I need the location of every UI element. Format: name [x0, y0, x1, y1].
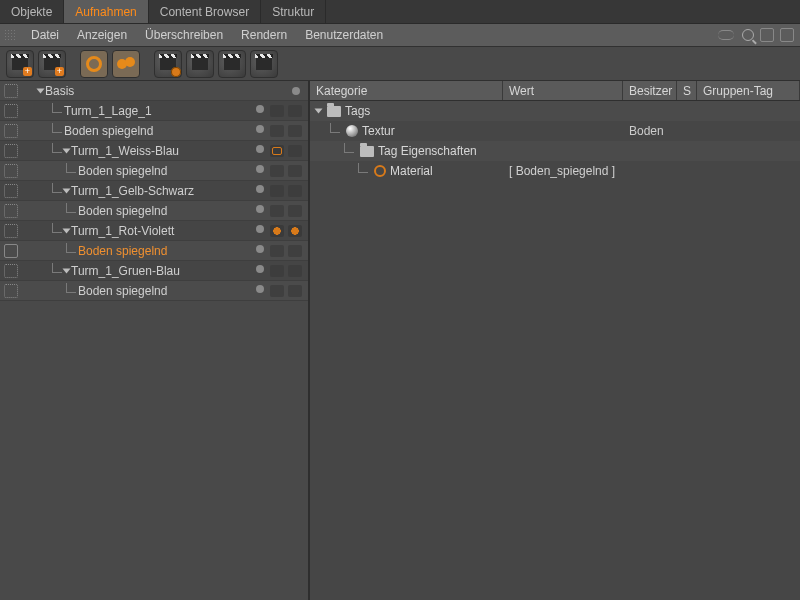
visibility-toggle-icon[interactable]	[4, 204, 18, 218]
value-cell[interactable]	[503, 141, 623, 161]
slot-icon[interactable]	[288, 145, 302, 157]
expand-toggle-icon[interactable]	[63, 148, 71, 153]
tree-row[interactable]: Boden spiegelnd	[0, 121, 308, 141]
tab-aufnahmen[interactable]: Aufnahmen	[64, 0, 148, 23]
slot-icon[interactable]	[288, 125, 302, 137]
slot-icon[interactable]	[270, 165, 284, 177]
s-cell[interactable]	[677, 161, 697, 181]
visibility-toggle-icon[interactable]	[4, 84, 18, 98]
slot-icon[interactable]	[270, 285, 284, 297]
override-mode-button[interactable]	[112, 50, 140, 78]
expand-toggle-icon[interactable]	[315, 109, 323, 114]
status-dot-icon[interactable]	[256, 265, 264, 273]
slot-icon[interactable]	[288, 285, 302, 297]
visibility-toggle-icon[interactable]	[4, 104, 18, 118]
tree-row[interactable]: Boden spiegelnd	[0, 241, 308, 261]
visibility-toggle-icon[interactable]	[4, 224, 18, 238]
clap-button-c[interactable]	[250, 50, 278, 78]
tree-row[interactable]: Turm_1_Lage_1	[0, 101, 308, 121]
value-cell[interactable]: [ Boden_spiegelnd ]	[503, 161, 623, 181]
override-gear-icon[interactable]	[270, 225, 284, 237]
status-dot-icon[interactable]	[256, 245, 264, 253]
clap-button-b[interactable]	[218, 50, 246, 78]
slot-icon[interactable]	[288, 245, 302, 257]
slot-icon[interactable]	[288, 165, 302, 177]
visibility-toggle-icon[interactable]	[4, 284, 18, 298]
expand-toggle-icon[interactable]	[63, 228, 71, 233]
status-dot-icon[interactable]	[292, 87, 300, 95]
status-dot-icon[interactable]	[256, 205, 264, 213]
layout-b-icon[interactable]	[780, 28, 794, 42]
value-cell[interactable]	[503, 121, 623, 141]
visibility-toggle-icon[interactable]	[4, 164, 18, 178]
clap-settings-button[interactable]	[154, 50, 182, 78]
camera-override-icon[interactable]	[270, 145, 284, 157]
visibility-toggle-icon[interactable]	[4, 144, 18, 158]
expand-toggle-icon[interactable]	[37, 88, 45, 93]
col-gruppen-tag[interactable]: Gruppen-Tag	[697, 81, 800, 100]
tree-row[interactable]: Basis	[0, 81, 308, 101]
search-icon[interactable]	[742, 29, 754, 41]
layout-a-icon[interactable]	[760, 28, 774, 42]
tree-row[interactable]: Turm_1_Weiss-Blau	[0, 141, 308, 161]
menu-anzeigen[interactable]: Anzeigen	[68, 24, 136, 47]
status-dot-icon[interactable]	[256, 285, 264, 293]
menu-benutzerdaten[interactable]: Benutzerdaten	[296, 24, 392, 47]
tab-objekte[interactable]: Objekte	[0, 0, 64, 23]
slot-icon[interactable]	[270, 205, 284, 217]
slot-icon[interactable]	[270, 185, 284, 197]
tab-struktur[interactable]: Struktur	[261, 0, 326, 23]
col-kategorie[interactable]: Kategorie	[310, 81, 503, 100]
slot-icon[interactable]	[288, 185, 302, 197]
new-take-button[interactable]: +	[6, 50, 34, 78]
group-tag-cell[interactable]	[697, 141, 800, 161]
col-besitzer[interactable]: Besitzer	[623, 81, 677, 100]
status-dot-icon[interactable]	[256, 185, 264, 193]
status-dot-icon[interactable]	[256, 105, 264, 113]
s-cell[interactable]	[677, 101, 697, 121]
status-dot-icon[interactable]	[256, 225, 264, 233]
expand-toggle-icon[interactable]	[63, 188, 71, 193]
tree-row[interactable]: Boden spiegelnd	[0, 281, 308, 301]
col-s[interactable]: S	[677, 81, 697, 100]
tree-row[interactable]: Turm_1_Gruen-Blau	[0, 261, 308, 281]
col-wert[interactable]: Wert	[503, 81, 623, 100]
new-take-child-button[interactable]: +	[38, 50, 66, 78]
visibility-toggle-icon[interactable]	[4, 264, 18, 278]
menu-ueberschreiben[interactable]: Überschreiben	[136, 24, 232, 47]
slot-icon[interactable]	[270, 105, 284, 117]
visibility-toggle-icon[interactable]	[4, 184, 18, 198]
slot-icon[interactable]	[270, 125, 284, 137]
visibility-toggle-icon[interactable]	[4, 124, 18, 138]
slot-icon[interactable]	[288, 105, 302, 117]
value-cell[interactable]	[503, 101, 623, 121]
table-row[interactable]: Tag Eigenschaften	[310, 141, 800, 161]
visibility-toggle-icon[interactable]	[4, 244, 18, 258]
s-cell[interactable]	[677, 121, 697, 141]
override-gear-icon[interactable]	[288, 225, 302, 237]
tree-row[interactable]: Boden spiegelnd	[0, 161, 308, 181]
group-tag-cell[interactable]	[697, 121, 800, 141]
tree-row[interactable]: Boden spiegelnd	[0, 201, 308, 221]
panel-grip-icon[interactable]	[4, 29, 16, 41]
slot-icon[interactable]	[288, 265, 302, 277]
slot-icon[interactable]	[270, 245, 284, 257]
tree-row[interactable]: Turm_1_Gelb-Schwarz	[0, 181, 308, 201]
auto-take-button[interactable]	[80, 50, 108, 78]
slot-icon[interactable]	[288, 205, 302, 217]
expand-toggle-icon[interactable]	[63, 268, 71, 273]
table-row[interactable]: Material[ Boden_spiegelnd ]	[310, 161, 800, 181]
slot-icon[interactable]	[270, 265, 284, 277]
status-dot-icon[interactable]	[256, 125, 264, 133]
s-cell[interactable]	[677, 141, 697, 161]
status-dot-icon[interactable]	[256, 165, 264, 173]
table-row[interactable]: TexturBoden	[310, 121, 800, 141]
clap-button-a[interactable]	[186, 50, 214, 78]
tree-row[interactable]: Turm_1_Rot-Violett	[0, 221, 308, 241]
group-tag-cell[interactable]	[697, 101, 800, 121]
view-mode-icon[interactable]	[718, 30, 734, 40]
tab-content-browser[interactable]: Content Browser	[149, 0, 261, 23]
menu-rendern[interactable]: Rendern	[232, 24, 296, 47]
menu-datei[interactable]: Datei	[22, 24, 68, 47]
table-row[interactable]: Tags	[310, 101, 800, 121]
